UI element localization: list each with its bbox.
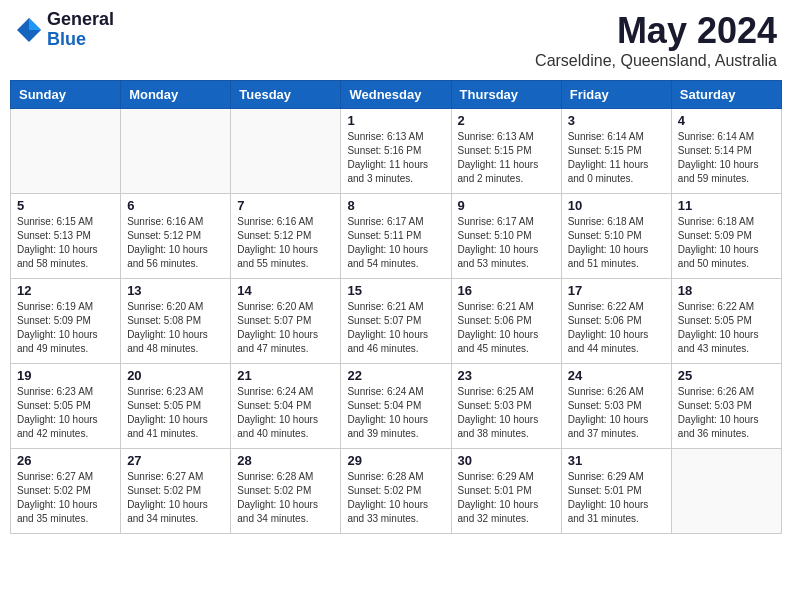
day-number: 23: [458, 368, 555, 383]
day-cell: 19Sunrise: 6:23 AM Sunset: 5:05 PM Dayli…: [11, 364, 121, 449]
day-number: 31: [568, 453, 665, 468]
day-cell: 4Sunrise: 6:14 AM Sunset: 5:14 PM Daylig…: [671, 109, 781, 194]
day-cell: 29Sunrise: 6:28 AM Sunset: 5:02 PM Dayli…: [341, 449, 451, 534]
week-row-3: 19Sunrise: 6:23 AM Sunset: 5:05 PM Dayli…: [11, 364, 782, 449]
day-info: Sunrise: 6:28 AM Sunset: 5:02 PM Dayligh…: [347, 470, 444, 526]
day-info: Sunrise: 6:22 AM Sunset: 5:06 PM Dayligh…: [568, 300, 665, 356]
day-info: Sunrise: 6:26 AM Sunset: 5:03 PM Dayligh…: [568, 385, 665, 441]
day-cell: 22Sunrise: 6:24 AM Sunset: 5:04 PM Dayli…: [341, 364, 451, 449]
location-title: Carseldine, Queensland, Australia: [535, 52, 777, 70]
day-info: Sunrise: 6:24 AM Sunset: 5:04 PM Dayligh…: [347, 385, 444, 441]
day-number: 19: [17, 368, 114, 383]
day-info: Sunrise: 6:14 AM Sunset: 5:15 PM Dayligh…: [568, 130, 665, 186]
day-number: 21: [237, 368, 334, 383]
calendar-header: SundayMondayTuesdayWednesdayThursdayFrid…: [11, 81, 782, 109]
day-cell: 6Sunrise: 6:16 AM Sunset: 5:12 PM Daylig…: [121, 194, 231, 279]
day-number: 9: [458, 198, 555, 213]
day-number: 4: [678, 113, 775, 128]
title-block: May 2024 Carseldine, Queensland, Austral…: [535, 10, 777, 70]
day-info: Sunrise: 6:17 AM Sunset: 5:10 PM Dayligh…: [458, 215, 555, 271]
day-number: 17: [568, 283, 665, 298]
day-cell: 13Sunrise: 6:20 AM Sunset: 5:08 PM Dayli…: [121, 279, 231, 364]
day-cell: 17Sunrise: 6:22 AM Sunset: 5:06 PM Dayli…: [561, 279, 671, 364]
day-cell: 3Sunrise: 6:14 AM Sunset: 5:15 PM Daylig…: [561, 109, 671, 194]
day-info: Sunrise: 6:14 AM Sunset: 5:14 PM Dayligh…: [678, 130, 775, 186]
day-number: 1: [347, 113, 444, 128]
day-number: 24: [568, 368, 665, 383]
day-cell: 12Sunrise: 6:19 AM Sunset: 5:09 PM Dayli…: [11, 279, 121, 364]
day-info: Sunrise: 6:16 AM Sunset: 5:12 PM Dayligh…: [127, 215, 224, 271]
day-cell: 1Sunrise: 6:13 AM Sunset: 5:16 PM Daylig…: [341, 109, 451, 194]
day-info: Sunrise: 6:15 AM Sunset: 5:13 PM Dayligh…: [17, 215, 114, 271]
day-info: Sunrise: 6:27 AM Sunset: 5:02 PM Dayligh…: [127, 470, 224, 526]
day-info: Sunrise: 6:29 AM Sunset: 5:01 PM Dayligh…: [458, 470, 555, 526]
day-cell: 30Sunrise: 6:29 AM Sunset: 5:01 PM Dayli…: [451, 449, 561, 534]
day-number: 20: [127, 368, 224, 383]
day-header-saturday: Saturday: [671, 81, 781, 109]
day-number: 7: [237, 198, 334, 213]
day-info: Sunrise: 6:24 AM Sunset: 5:04 PM Dayligh…: [237, 385, 334, 441]
day-cell: 11Sunrise: 6:18 AM Sunset: 5:09 PM Dayli…: [671, 194, 781, 279]
day-number: 26: [17, 453, 114, 468]
month-title: May 2024: [535, 10, 777, 52]
day-info: Sunrise: 6:29 AM Sunset: 5:01 PM Dayligh…: [568, 470, 665, 526]
day-number: 15: [347, 283, 444, 298]
day-number: 5: [17, 198, 114, 213]
day-cell: 15Sunrise: 6:21 AM Sunset: 5:07 PM Dayli…: [341, 279, 451, 364]
day-header-tuesday: Tuesday: [231, 81, 341, 109]
day-number: 27: [127, 453, 224, 468]
week-row-1: 5Sunrise: 6:15 AM Sunset: 5:13 PM Daylig…: [11, 194, 782, 279]
day-info: Sunrise: 6:28 AM Sunset: 5:02 PM Dayligh…: [237, 470, 334, 526]
day-cell: [231, 109, 341, 194]
logo-text: General Blue: [47, 10, 114, 50]
day-number: 16: [458, 283, 555, 298]
day-cell: 8Sunrise: 6:17 AM Sunset: 5:11 PM Daylig…: [341, 194, 451, 279]
day-info: Sunrise: 6:13 AM Sunset: 5:16 PM Dayligh…: [347, 130, 444, 186]
svg-marker-1: [29, 18, 41, 30]
day-cell: 28Sunrise: 6:28 AM Sunset: 5:02 PM Dayli…: [231, 449, 341, 534]
day-info: Sunrise: 6:17 AM Sunset: 5:11 PM Dayligh…: [347, 215, 444, 271]
day-number: 8: [347, 198, 444, 213]
day-cell: 20Sunrise: 6:23 AM Sunset: 5:05 PM Dayli…: [121, 364, 231, 449]
day-info: Sunrise: 6:13 AM Sunset: 5:15 PM Dayligh…: [458, 130, 555, 186]
day-cell: 25Sunrise: 6:26 AM Sunset: 5:03 PM Dayli…: [671, 364, 781, 449]
day-cell: 16Sunrise: 6:21 AM Sunset: 5:06 PM Dayli…: [451, 279, 561, 364]
day-header-sunday: Sunday: [11, 81, 121, 109]
day-info: Sunrise: 6:27 AM Sunset: 5:02 PM Dayligh…: [17, 470, 114, 526]
day-cell: [671, 449, 781, 534]
logo: General Blue: [15, 10, 114, 50]
day-cell: [11, 109, 121, 194]
day-info: Sunrise: 6:26 AM Sunset: 5:03 PM Dayligh…: [678, 385, 775, 441]
day-number: 13: [127, 283, 224, 298]
day-cell: 2Sunrise: 6:13 AM Sunset: 5:15 PM Daylig…: [451, 109, 561, 194]
logo-blue: Blue: [47, 30, 114, 50]
day-number: 30: [458, 453, 555, 468]
calendar: SundayMondayTuesdayWednesdayThursdayFrid…: [10, 80, 782, 534]
day-info: Sunrise: 6:21 AM Sunset: 5:07 PM Dayligh…: [347, 300, 444, 356]
day-info: Sunrise: 6:20 AM Sunset: 5:07 PM Dayligh…: [237, 300, 334, 356]
day-cell: 9Sunrise: 6:17 AM Sunset: 5:10 PM Daylig…: [451, 194, 561, 279]
day-number: 3: [568, 113, 665, 128]
logo-general: General: [47, 10, 114, 30]
day-info: Sunrise: 6:22 AM Sunset: 5:05 PM Dayligh…: [678, 300, 775, 356]
day-number: 25: [678, 368, 775, 383]
day-info: Sunrise: 6:21 AM Sunset: 5:06 PM Dayligh…: [458, 300, 555, 356]
day-header-friday: Friday: [561, 81, 671, 109]
day-cell: 14Sunrise: 6:20 AM Sunset: 5:07 PM Dayli…: [231, 279, 341, 364]
day-number: 10: [568, 198, 665, 213]
day-info: Sunrise: 6:23 AM Sunset: 5:05 PM Dayligh…: [17, 385, 114, 441]
day-number: 14: [237, 283, 334, 298]
day-number: 22: [347, 368, 444, 383]
page-header: General Blue May 2024 Carseldine, Queens…: [10, 10, 782, 70]
day-cell: 7Sunrise: 6:16 AM Sunset: 5:12 PM Daylig…: [231, 194, 341, 279]
day-number: 2: [458, 113, 555, 128]
day-number: 28: [237, 453, 334, 468]
header-row: SundayMondayTuesdayWednesdayThursdayFrid…: [11, 81, 782, 109]
calendar-body: 1Sunrise: 6:13 AM Sunset: 5:16 PM Daylig…: [11, 109, 782, 534]
day-number: 29: [347, 453, 444, 468]
day-cell: [121, 109, 231, 194]
day-cell: 27Sunrise: 6:27 AM Sunset: 5:02 PM Dayli…: [121, 449, 231, 534]
day-number: 12: [17, 283, 114, 298]
day-cell: 10Sunrise: 6:18 AM Sunset: 5:10 PM Dayli…: [561, 194, 671, 279]
day-cell: 26Sunrise: 6:27 AM Sunset: 5:02 PM Dayli…: [11, 449, 121, 534]
